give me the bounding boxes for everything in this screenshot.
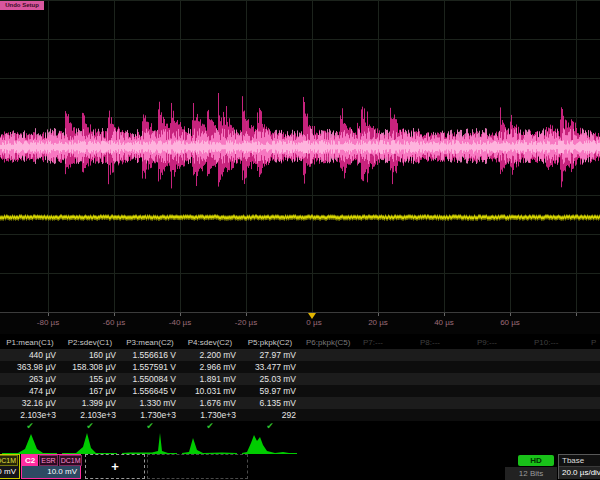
status-check-icon: ✔ xyxy=(60,421,120,431)
oscilloscope-screen: Undo Setup -100 µs -80 µs -60 µs -40 µs … xyxy=(0,0,600,480)
measurement-table: P1:mean(C1) P2:sdev(C1) P3:mean(C2) P4:s… xyxy=(0,337,600,455)
axis-tick xyxy=(378,313,379,316)
add-trace-button[interactable]: + xyxy=(85,454,145,479)
stat-row-value: 440 µV 160 µV 1.556616 V 2.200 mV 27.97 … xyxy=(0,349,600,361)
time-label: 40 µs xyxy=(434,318,454,327)
undo-setup-badge[interactable]: Undo Setup xyxy=(0,1,44,10)
stat-value: 2.103e+3 xyxy=(60,409,120,421)
measure-p8-button[interactable]: P8:--- xyxy=(414,337,471,349)
c2-descriptor-box[interactable]: C2 ESR DC1M 10.0 mV xyxy=(21,454,81,479)
stat-value: 158.308 µV xyxy=(60,361,120,373)
c1-descriptor-box[interactable]: C1 DC1M 10.0 mV xyxy=(0,454,20,479)
stat-value: 440 µV xyxy=(0,349,60,361)
axis-tick xyxy=(180,313,181,316)
p2-histicon[interactable] xyxy=(60,431,120,455)
time-label: -60 µs xyxy=(103,318,125,327)
measure-p2-button[interactable]: P2:sdev(C1) xyxy=(60,337,120,349)
stat-value: 33.477 mV xyxy=(240,361,300,373)
axis-tick xyxy=(246,313,247,316)
stat-row-min: 263 µV 155 µV 1.550084 V 1.891 mV 25.03 … xyxy=(0,373,600,385)
measure-p10-button[interactable]: P10:--- xyxy=(528,337,585,349)
plus-icon: + xyxy=(111,459,119,474)
axis-tick xyxy=(48,313,49,316)
p4-histicon[interactable] xyxy=(180,431,240,455)
stat-value: 1.556645 V xyxy=(120,385,180,397)
measure-p7-button[interactable]: P7:--- xyxy=(357,337,414,349)
c2-esr-badge: ESR xyxy=(39,455,57,466)
stat-value: 1.330 mV xyxy=(120,397,180,409)
stat-value: 1.676 mV xyxy=(180,397,240,409)
stat-value: 1.891 mV xyxy=(180,373,240,385)
hd-bits-label: 12 Bits xyxy=(505,467,557,480)
status-check-icon: ✔ xyxy=(0,421,60,431)
stat-value: 155 µV xyxy=(60,373,120,385)
histicon-row xyxy=(0,431,600,455)
measure-header-row: P1:mean(C1) P2:sdev(C1) P3:mean(C2) P4:s… xyxy=(0,337,600,349)
c2-coupling-badge: DC1M xyxy=(59,455,83,466)
stat-value: 1.730e+3 xyxy=(120,409,180,421)
axis-tick xyxy=(444,313,445,316)
add-trace-slot[interactable] xyxy=(147,454,248,479)
status-check-icon: ✔ xyxy=(120,421,180,431)
measure-p11-button[interactable]: P xyxy=(585,337,597,349)
hd-mode-badge[interactable]: HD xyxy=(518,455,554,466)
stat-value: 363.98 µV xyxy=(0,361,60,373)
timebase-title: Tbase xyxy=(559,455,600,467)
axis-tick xyxy=(114,313,115,316)
stat-value: 1.550084 V xyxy=(120,373,180,385)
measure-p4-button[interactable]: P4:sdev(C2) xyxy=(180,337,240,349)
trigger-position-icon[interactable] xyxy=(308,313,316,319)
time-label: 0 µs xyxy=(306,318,321,327)
stat-row-mean: 363.98 µV 158.308 µV 1.557591 V 2.966 mV… xyxy=(0,361,600,373)
c2-vdiv-value: 10.0 mV xyxy=(22,466,80,478)
measure-p3-button[interactable]: P3:mean(C2) xyxy=(120,337,180,349)
acquisition-mode: HD 12 Bits xyxy=(505,454,557,480)
stat-value: 2.966 mV xyxy=(180,361,240,373)
measure-p5-button[interactable]: P5:pkpk(C2) xyxy=(240,337,300,349)
time-label: 60 µs xyxy=(500,318,520,327)
p5-histicon[interactable] xyxy=(240,431,300,455)
time-axis[interactable]: -100 µs -80 µs -60 µs -40 µs -20 µs 0 µs… xyxy=(0,312,600,334)
stat-value: 167 µV xyxy=(60,385,120,397)
axis-tick xyxy=(510,313,511,316)
waveform-display[interactable] xyxy=(0,0,600,312)
p1-histicon[interactable] xyxy=(0,431,60,455)
stat-value: 474 µV xyxy=(0,385,60,397)
stat-value: 2.200 mV xyxy=(180,349,240,361)
stat-value: 2.103e+3 xyxy=(0,409,60,421)
stat-row-sdev: 32.16 µV 1.399 µV 1.330 mV 1.676 mV 6.13… xyxy=(0,397,600,409)
measure-p9-button[interactable]: P9:--- xyxy=(471,337,528,349)
c1-vdiv-value: 10.0 mV xyxy=(0,466,19,478)
stat-value: 1.556616 V xyxy=(120,349,180,361)
stat-row-status: ✔ ✔ ✔ ✔ ✔ xyxy=(0,421,600,431)
timebase-descriptor-box[interactable]: Tbase 20.0 µs/div xyxy=(558,454,600,479)
stat-value: 1.557591 V xyxy=(120,361,180,373)
stat-value: 25.03 mV xyxy=(240,373,300,385)
timebase-value: 20.0 µs/div xyxy=(559,467,600,479)
stat-value: 292 xyxy=(240,409,300,421)
stat-value: 1.399 µV xyxy=(60,397,120,409)
status-check-icon: ✔ xyxy=(180,421,240,431)
time-label: 20 µs xyxy=(368,318,388,327)
stat-value: 10.031 mV xyxy=(180,385,240,397)
status-check-icon: ✔ xyxy=(240,421,300,431)
stat-value: 32.16 µV xyxy=(0,397,60,409)
p3-histicon[interactable] xyxy=(120,431,180,455)
measure-p6-button[interactable]: P6:pkpk(C5) xyxy=(300,337,357,349)
time-label: -20 µs xyxy=(235,318,257,327)
axis-tick xyxy=(576,313,577,316)
stat-value: 59.97 mV xyxy=(240,385,300,397)
measure-p1-button[interactable]: P1:mean(C1) xyxy=(0,337,60,349)
stat-row-max: 474 µV 167 µV 1.556645 V 10.031 mV 59.97… xyxy=(0,385,600,397)
stat-value: 1.730e+3 xyxy=(180,409,240,421)
stat-value: 263 µV xyxy=(0,373,60,385)
stat-row-num: 2.103e+3 2.103e+3 1.730e+3 1.730e+3 292 xyxy=(0,409,600,421)
stat-value: 27.97 mV xyxy=(240,349,300,361)
stat-value: 6.135 mV xyxy=(240,397,300,409)
time-label: -80 µs xyxy=(37,318,59,327)
stat-value: 160 µV xyxy=(60,349,120,361)
time-label: -40 µs xyxy=(169,318,191,327)
c2-label: C2 xyxy=(22,455,38,466)
c1-coupling-badge: DC1M xyxy=(0,455,18,466)
